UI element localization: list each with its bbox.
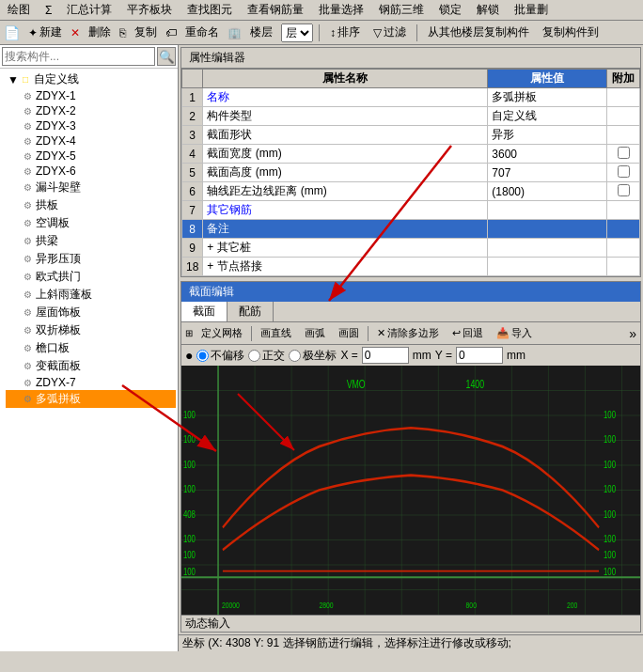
menu-view-rebar[interactable]: 查看钢筋量	[243, 1, 307, 19]
row-num: 18	[182, 258, 203, 276]
expand-toolbar-icon[interactable]: »	[629, 326, 636, 341]
svg-text:100: 100	[604, 460, 616, 470]
new-icon: 📄	[4, 25, 20, 40]
draw-arc-button[interactable]: 画弧	[300, 324, 330, 342]
menu-panel[interactable]: 平齐板块	[123, 1, 176, 19]
prop-value-cell[interactable]	[488, 201, 607, 220]
prop-extra-cell	[607, 182, 640, 201]
menu-calc[interactable]: 汇总计算	[63, 1, 116, 19]
tree-item-漏斗架壁[interactable]: ⚙漏斗架壁	[6, 179, 176, 196]
gear-icon: ⚙	[21, 360, 34, 373]
menu-lock[interactable]: 锁定	[435, 1, 465, 19]
tree-item-ZDYX-1[interactable]: ⚙ZDYX-1	[6, 88, 176, 103]
prop-extra-cell	[607, 145, 640, 164]
expand-icon[interactable]: ▼	[8, 73, 17, 86]
copy-to-floor-button[interactable]: 复制构件到	[538, 23, 604, 42]
tree-item-ZDYX-4[interactable]: ⚙ZDYX-4	[6, 133, 176, 148]
extra-checkbox[interactable]	[618, 165, 630, 178]
svg-text:408: 408	[183, 509, 196, 520]
draw-line-button[interactable]: 画直线	[256, 324, 296, 342]
tree-item-ZDYX-7[interactable]: ⚙ZDYX-7	[6, 375, 176, 390]
x-unit-label: mm	[413, 349, 431, 362]
grid-icon: ⊞	[185, 328, 193, 338]
prop-value-cell[interactable]: (1800)	[488, 182, 607, 201]
filter-button[interactable]: ▽ 过滤	[369, 23, 411, 42]
section-tabs: 截面 配筋	[181, 302, 640, 322]
clear-polygon-button[interactable]: ✕ 清除多边形	[372, 324, 444, 342]
svg-text:100: 100	[604, 550, 616, 560]
tab-section[interactable]: 截面	[181, 302, 227, 321]
sort-button[interactable]: ↕ 排序	[325, 23, 365, 42]
tree-item-ZDYX-3[interactable]: ⚙ZDYX-3	[6, 118, 176, 133]
tree-item-欧式拱门[interactable]: ⚙欧式拱门	[6, 268, 176, 286]
prop-value-cell[interactable]: 3600	[488, 145, 607, 164]
extra-checkbox[interactable]	[618, 184, 630, 196]
prop-value-cell[interactable]: 自定义线	[488, 107, 607, 126]
main-toolbar: 📄 ✦ 新建 ✕ 删除 ⎘ 复制 🏷 重命名 🏢 楼层 层 ↕ 排序 ▽ 过滤 …	[0, 21, 643, 45]
menu-sigma[interactable]: Σ	[41, 3, 55, 18]
svg-text:100: 100	[183, 434, 196, 445]
gear-icon: ⚙	[21, 217, 34, 230]
tree-item-多弧拼板[interactable]: ⚙多弧拼板	[6, 390, 176, 408]
search-input[interactable]	[2, 47, 155, 66]
tree-item-拱梁[interactable]: ⚙拱梁	[6, 232, 176, 250]
tree-item-上斜雨蓬板[interactable]: ⚙上斜雨蓬板	[6, 286, 176, 304]
menu-unlock[interactable]: 解锁	[473, 1, 503, 19]
menu-rebar-3d[interactable]: 钢筋三维	[375, 1, 428, 19]
menu-bar: 绘图 Σ 汇总计算 平齐板块 查找图元 查看钢筋量 批量选择 钢筋三维 锁定 解…	[0, 0, 643, 21]
delete-button[interactable]: 删除	[84, 23, 116, 42]
tree-item-檐口板[interactable]: ⚙檐口板	[6, 339, 176, 357]
copy-from-floor-button[interactable]: 从其他楼层复制构件	[423, 23, 534, 42]
svg-text:100: 100	[604, 534, 616, 544]
polar-radio[interactable]	[289, 350, 301, 362]
prop-value-cell[interactable]: 707	[488, 164, 607, 182]
tree-item-ZDYX-2[interactable]: ⚙ZDYX-2	[6, 103, 176, 118]
prop-value-cell[interactable]	[488, 220, 607, 239]
tab-rebar[interactable]: 配筋	[227, 302, 274, 321]
tree-item-ZDYX-6[interactable]: ⚙ZDYX-6	[6, 164, 176, 179]
row-num: 7	[182, 201, 203, 220]
define-grid-button[interactable]: 定义网格	[196, 324, 247, 342]
y-input[interactable]	[456, 347, 503, 364]
tree-root-item[interactable]: ▼ □ 自定义线	[6, 70, 176, 88]
x-input[interactable]	[362, 347, 409, 364]
drawing-canvas[interactable]: 100 100 100 100 408 100 100 100 100 100 …	[181, 366, 640, 615]
tree-item-ZDYX-5[interactable]: ⚙ZDYX-5	[6, 148, 176, 164]
floor-select[interactable]: 层	[281, 23, 313, 42]
prop-value-cell[interactable]	[488, 258, 607, 276]
extra-checkbox[interactable]	[618, 147, 630, 159]
floor-button[interactable]: 楼层	[245, 23, 277, 42]
import-button[interactable]: 📥 导入	[492, 324, 537, 342]
menu-find[interactable]: 查找图元	[183, 1, 236, 19]
menu-batch-select[interactable]: 批量选择	[315, 1, 368, 19]
prop-value-cell[interactable]: 多弧拼板	[488, 88, 607, 107]
rename-button[interactable]: 重命名	[180, 23, 224, 42]
copy-button[interactable]: 复制	[130, 23, 162, 42]
prop-value-cell[interactable]: 异形	[488, 126, 607, 145]
search-button[interactable]: 🔍	[157, 47, 176, 66]
row-num: 9	[182, 239, 203, 258]
tree-item-label: 异形压顶	[36, 251, 81, 267]
menu-drawing[interactable]: 绘图	[4, 1, 34, 19]
tree-item-拱板[interactable]: ⚙拱板	[6, 196, 176, 214]
tree-item-异形压顶[interactable]: ⚙异形压顶	[6, 250, 176, 268]
no-offset-radio[interactable]	[196, 350, 209, 362]
tree-item-变截面板[interactable]: ⚙变截面板	[6, 357, 176, 375]
polar-radio-label: 极坐标	[289, 348, 337, 364]
tree-item-屋面饰板[interactable]: ⚙屋面饰板	[6, 304, 176, 321]
new-button[interactable]: ✦ 新建	[24, 23, 67, 42]
draw-circle-button[interactable]: 画圆	[334, 324, 364, 342]
main-layout: 🔍 ▼ □ 自定义线 ⚙ZDYX-1⚙ZDYX-2⚙ZDYX-3⚙ZDYX-4⚙…	[0, 45, 643, 651]
orthogonal-radio[interactable]	[248, 350, 260, 362]
tree-item-label: ZDYX-1	[36, 89, 76, 102]
tree-item-双折梯板[interactable]: ⚙双折梯板	[6, 321, 176, 339]
tree-items-container: ⚙ZDYX-1⚙ZDYX-2⚙ZDYX-3⚙ZDYX-4⚙ZDYX-5⚙ZDYX…	[6, 88, 176, 408]
radio-bullet-icon: ●	[185, 348, 193, 363]
tree-item-空调板[interactable]: ⚙空调板	[6, 214, 176, 232]
tree-item-label: 空调板	[36, 215, 70, 231]
svg-text:100: 100	[183, 484, 196, 494]
undo-button[interactable]: ↩ 回退	[447, 324, 488, 342]
col-name-header: 属性名称	[203, 70, 488, 88]
prop-value-cell[interactable]	[488, 239, 607, 258]
menu-batch-del[interactable]: 批量删	[510, 1, 552, 19]
